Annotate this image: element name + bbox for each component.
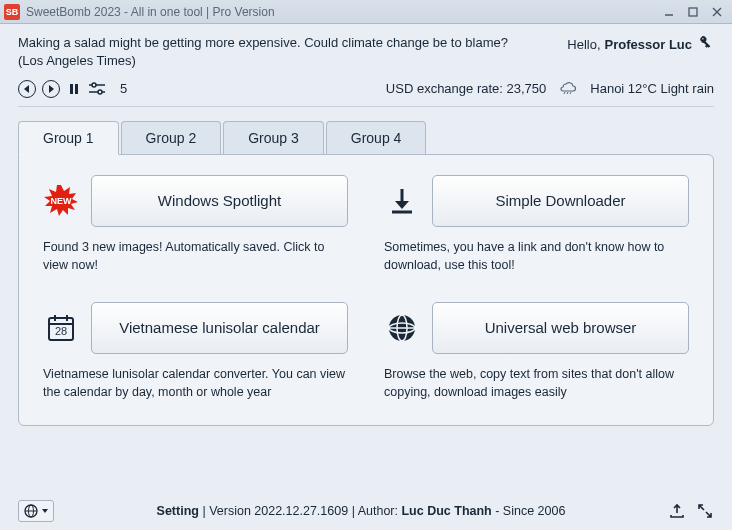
footer-author: Luc Duc Thanh — [401, 504, 491, 518]
tool-universal-browser: Universal web browser Browse the web, co… — [384, 302, 689, 401]
download-icon — [384, 183, 420, 219]
universal-browser-desc: Browse the web, copy text from sites tha… — [384, 366, 689, 401]
tab-panel: NEW Windows Spotlight Found 3 new images… — [18, 154, 714, 426]
svg-line-13 — [567, 92, 568, 94]
footer-author-label: Author: — [358, 504, 398, 518]
svg-point-9 — [92, 83, 96, 87]
minimize-button[interactable] — [658, 3, 680, 21]
next-button[interactable] — [42, 80, 60, 98]
tabs-container: Group 1 Group 2 Group 3 Group 4 NEW Wind… — [0, 107, 732, 426]
greeting: Hello, Professor Luc — [567, 34, 714, 55]
share-icon[interactable] — [668, 502, 686, 520]
weather-icon — [558, 79, 578, 98]
svg-text:28: 28 — [55, 325, 67, 337]
prev-button[interactable] — [18, 80, 36, 98]
tools-grid: NEW Windows Spotlight Found 3 new images… — [43, 175, 689, 401]
calendar-icon: 28 — [43, 310, 79, 346]
simple-downloader-desc: Sometimes, you have a link and don't kno… — [384, 239, 689, 274]
footer-since: - Since 2006 — [495, 504, 565, 518]
greeting-name: Professor Luc — [605, 37, 692, 52]
tool-windows-spotlight: NEW Windows Spotlight Found 3 new images… — [43, 175, 348, 274]
headline-row: Making a salad might be getting more exp… — [0, 24, 732, 75]
new-badge-icon: NEW — [43, 183, 79, 219]
tab-group-2[interactable]: Group 2 — [121, 121, 222, 154]
tab-group-4[interactable]: Group 4 — [326, 121, 427, 154]
weather-text: Hanoi 12°C Light rain — [590, 81, 714, 96]
key-icon[interactable] — [696, 34, 714, 55]
svg-line-14 — [570, 92, 571, 94]
headline-count: 5 — [120, 81, 127, 96]
footer: Setting | Version 2022.12.27.1609 | Auth… — [0, 492, 732, 530]
footer-version: Version 2022.12.27.1609 — [209, 504, 348, 518]
svg-line-12 — [564, 92, 565, 94]
tab-strip: Group 1 Group 2 Group 3 Group 4 — [18, 121, 714, 154]
language-button[interactable] — [18, 500, 54, 522]
svg-marker-18 — [395, 201, 409, 209]
expand-icon[interactable] — [696, 502, 714, 520]
app-icon: SB — [4, 4, 20, 20]
lunisolar-calendar-button[interactable]: Vietnamese lunisolar calendar — [91, 302, 348, 354]
svg-text:NEW: NEW — [51, 196, 73, 206]
settings-sliders-icon[interactable] — [88, 81, 106, 97]
maximize-button[interactable] — [682, 3, 704, 21]
tool-lunisolar-calendar: 28 Vietnamese lunisolar calendar Vietnam… — [43, 302, 348, 401]
pause-button[interactable] — [66, 81, 82, 97]
tab-group-3[interactable]: Group 3 — [223, 121, 324, 154]
svg-rect-1 — [689, 8, 697, 16]
svg-point-11 — [98, 90, 102, 94]
footer-setting[interactable]: Setting — [157, 504, 199, 518]
window-title: SweetBomb 2023 - All in one tool | Pro V… — [26, 5, 658, 19]
exchange-rate: USD exchange rate: 23,750 — [386, 81, 546, 96]
tool-simple-downloader: Simple Downloader Sometimes, you have a … — [384, 175, 689, 274]
footer-icons — [668, 502, 714, 520]
globe-icon — [384, 310, 420, 346]
windows-spotlight-desc: Found 3 new images! Automatically saved.… — [43, 239, 348, 274]
svg-marker-4 — [24, 85, 29, 93]
universal-browser-button[interactable]: Universal web browser — [432, 302, 689, 354]
window-controls — [658, 3, 728, 21]
news-headline[interactable]: Making a salad might be getting more exp… — [18, 34, 567, 69]
close-button[interactable] — [706, 3, 728, 21]
greeting-hello: Hello, — [567, 37, 600, 52]
svg-rect-6 — [70, 84, 73, 94]
tab-group-1[interactable]: Group 1 — [18, 121, 119, 155]
titlebar: SB SweetBomb 2023 - All in one tool | Pr… — [0, 0, 732, 24]
footer-text: Setting | Version 2022.12.27.1609 | Auth… — [54, 504, 668, 518]
windows-spotlight-button[interactable]: Windows Spotlight — [91, 175, 348, 227]
svg-marker-5 — [49, 85, 54, 93]
svg-rect-7 — [75, 84, 78, 94]
lunisolar-calendar-desc: Vietnamese lunisolar calendar converter.… — [43, 366, 348, 401]
svg-marker-32 — [42, 509, 48, 513]
simple-downloader-button[interactable]: Simple Downloader — [432, 175, 689, 227]
controls-row: 5 USD exchange rate: 23,750 Hanoi 12°C L… — [0, 75, 732, 106]
